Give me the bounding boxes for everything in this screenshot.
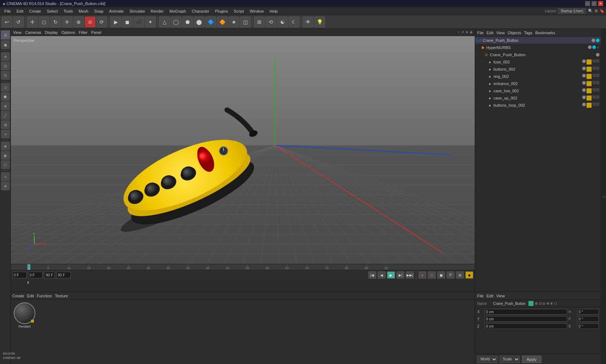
obj-row-case-up[interactable]: ▲ case_up_002 ⬛⬛ xyxy=(475,94,601,102)
tool-bevel[interactable]: ⋄ xyxy=(1,130,10,138)
transport-keyall[interactable]: ◼ xyxy=(437,271,445,279)
attr-h-input[interactable] xyxy=(577,309,599,315)
menu-help[interactable]: Help xyxy=(267,8,281,14)
viewport-canvas[interactable] xyxy=(11,36,475,264)
toolbar-undo[interactable]: ↩ xyxy=(1,17,12,27)
material-swatch-pendant[interactable] xyxy=(14,302,35,324)
gear-icon[interactable]: ⚙ xyxy=(594,9,598,13)
toolbar-grid[interactable]: ◫ xyxy=(240,17,251,27)
obj-color-dot[interactable] xyxy=(592,45,596,49)
menu-tools[interactable]: Tools xyxy=(61,8,76,14)
obj-vis-dot[interactable] xyxy=(582,88,586,92)
obj-vis-dot[interactable] xyxy=(596,53,600,57)
timeline-keyframe[interactable] xyxy=(27,281,29,284)
obj-menu-bookmarks[interactable]: Bookmarks xyxy=(535,31,555,35)
right-collapse-handle[interactable]: ◁ xyxy=(601,29,606,364)
transport-orange[interactable]: ■ xyxy=(465,271,473,279)
toolbar-star[interactable]: ★ xyxy=(228,17,239,27)
viewport-menu-display[interactable]: Display xyxy=(45,30,58,35)
menu-plugins[interactable]: Plugins xyxy=(212,8,231,14)
toolbar-render-region[interactable]: ▶ xyxy=(110,17,121,27)
menu-edit[interactable]: Edit xyxy=(14,8,26,14)
viewport-menu-options[interactable]: Options xyxy=(61,30,75,35)
obj-vis-dot[interactable] xyxy=(582,81,586,85)
toolbar-cam[interactable]: 👁 xyxy=(303,17,313,27)
menu-character[interactable]: Character xyxy=(189,8,212,14)
apply-button[interactable]: Apply xyxy=(522,356,541,363)
viewport-menu-view[interactable]: View xyxy=(13,30,22,35)
transport-next[interactable]: ▶| xyxy=(396,271,404,279)
obj-menu-tags[interactable]: Tags xyxy=(524,31,532,35)
mat-menu-function[interactable]: Function xyxy=(37,294,52,298)
obj-vis-dot[interactable] xyxy=(582,74,586,77)
obj-row-root[interactable]: L⊙ Crane_Push_Button xyxy=(475,37,601,44)
viewport-icon-new[interactable]: ↗ xyxy=(461,30,464,34)
menu-select[interactable]: Select xyxy=(44,8,61,14)
obj-row-case-low[interactable]: ▲ case_low_002 ⬛⬛ xyxy=(475,87,601,94)
attr-menu-view[interactable]: View xyxy=(496,294,505,298)
mat-menu-edit[interactable]: Edit xyxy=(27,294,34,298)
obj-mat-tag[interactable] xyxy=(587,96,592,101)
toolbar-rotate[interactable]: ↻ xyxy=(50,17,61,27)
obj-menu-file[interactable]: File xyxy=(477,31,484,35)
toolbar-add[interactable]: ✛ xyxy=(27,17,38,27)
frame-end-input[interactable] xyxy=(56,272,71,278)
current-frame-input[interactable] xyxy=(12,272,27,278)
attr-space-select[interactable]: World xyxy=(477,356,497,363)
obj-mat-tag[interactable] xyxy=(587,74,592,79)
attr-x-input[interactable] xyxy=(484,309,567,315)
tool-extrude[interactable]: ⊞ xyxy=(1,120,10,129)
obj-vis-dot[interactable] xyxy=(582,59,586,63)
obj-vis-dot[interactable] xyxy=(582,103,586,106)
tool-sculpt2[interactable]: ◉ xyxy=(1,151,10,160)
frame-start-input[interactable] xyxy=(28,272,43,278)
toolbar-render-multi[interactable]: ✦ xyxy=(145,17,156,27)
viewport-menu-cameras[interactable]: Cameras xyxy=(25,30,41,35)
toolbar-tri[interactable]: △ xyxy=(159,17,170,27)
obj-mat-tag[interactable] xyxy=(587,103,592,108)
obj-menu-edit[interactable]: Edit xyxy=(487,31,493,35)
toolbar-poly[interactable]: ⬟ xyxy=(182,17,193,27)
toolbar-render-view[interactable]: ◼ xyxy=(122,17,133,27)
toolbar-scene[interactable]: ⊞ xyxy=(254,17,265,27)
transport-play[interactable]: ▶ xyxy=(387,271,395,279)
menu-file[interactable]: File xyxy=(1,8,14,14)
viewport-3d[interactable]: Perspective xyxy=(11,36,475,264)
transport-record[interactable]: ● xyxy=(418,271,426,279)
transport-first[interactable]: |◀ xyxy=(368,271,376,279)
tool-poly[interactable]: ⬟ xyxy=(1,92,10,101)
obj-row-buttons[interactable]: ▲ buttons_002 ⬛⬛ xyxy=(475,66,601,73)
obj-color-dot[interactable] xyxy=(596,39,600,42)
menu-mograph[interactable]: MoGraph xyxy=(167,8,189,14)
viewport-menu-filter[interactable]: Filter xyxy=(79,30,87,35)
menu-create[interactable]: Create xyxy=(26,8,44,14)
close-button[interactable]: ✕ xyxy=(598,1,603,6)
obj-vis-dot[interactable] xyxy=(582,96,586,99)
obj-row-buttons-loop[interactable]: ▲ buttons_loop_002 ⬛⬛ xyxy=(475,102,601,109)
obj-vis-dot[interactable] xyxy=(582,67,586,70)
menu-render[interactable]: Render xyxy=(148,8,167,14)
toolbar-redo[interactable]: ↺ xyxy=(13,17,24,27)
attr-menu-edit[interactable]: Edit xyxy=(487,294,493,298)
obj-vis-dot[interactable] xyxy=(588,45,592,49)
tool-paint[interactable]: ⊗ xyxy=(1,102,10,110)
attr-p-input[interactable] xyxy=(577,316,599,322)
obj-mat-tag[interactable] xyxy=(587,88,592,93)
tool-select-uv[interactable]: ◼ xyxy=(1,40,10,49)
transport-p-btn[interactable]: P xyxy=(447,271,454,279)
toolbar-norot[interactable]: ⊘ xyxy=(85,17,96,27)
toolbar-light[interactable]: ☾ xyxy=(289,17,299,27)
toolbar-diamond[interactable]: 🔷 xyxy=(205,17,216,27)
obj-menu-view[interactable]: View xyxy=(496,31,505,35)
obj-row-ring[interactable]: ▲ ring_002 ⬛⬛ xyxy=(475,73,601,80)
obj-mat-tag[interactable] xyxy=(587,67,592,72)
transport-prev[interactable]: ◀ xyxy=(378,271,386,279)
menu-simulate[interactable]: Simulate xyxy=(127,8,148,14)
attr-menu-file[interactable]: File xyxy=(477,294,484,298)
tool-rotate[interactable]: ↻ xyxy=(1,71,10,80)
menu-window[interactable]: Window xyxy=(247,8,267,14)
menu-mesh[interactable]: Mesh xyxy=(76,8,91,14)
attr-obj-color[interactable] xyxy=(528,301,533,306)
toolbar-circ[interactable]: ◯ xyxy=(171,17,181,27)
viewport-icon-close[interactable]: ✕ xyxy=(465,30,468,34)
